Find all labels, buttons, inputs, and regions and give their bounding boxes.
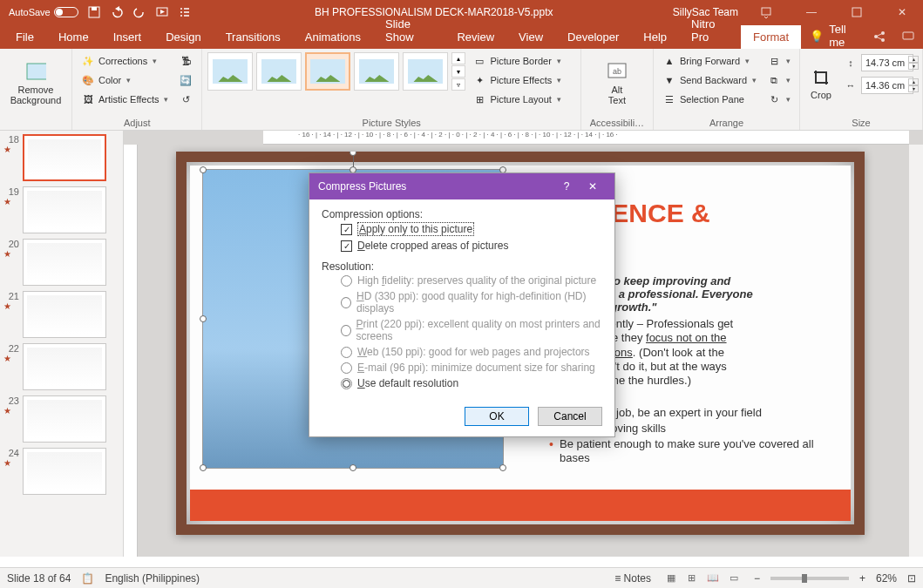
sorter-view-icon[interactable]: ⊞	[682, 571, 702, 586]
normal-view-icon[interactable]: ▦	[662, 571, 681, 586]
checkbox-checked-icon: ✓	[341, 224, 352, 235]
radio-web: Web (150 ppi): good for web pages and pr…	[322, 344, 602, 360]
dialog-title-bar[interactable]: Compress Pictures ? ✕	[309, 173, 614, 199]
zoom-out-button[interactable]: −	[754, 572, 760, 585]
radio-print: Print (220 ppi): excellent quality on mo…	[322, 316, 602, 344]
modal-overlay: Compress Pictures ? ✕ Compression option…	[0, 0, 923, 588]
radio-hifi: High fidelity: preserves quality of the …	[322, 273, 602, 288]
cancel-button[interactable]: Cancel	[538, 407, 602, 426]
compression-options-label: Compression options:	[322, 208, 602, 220]
zoom-in-button[interactable]: +	[859, 572, 865, 585]
dialog-help-icon[interactable]: ?	[553, 180, 580, 193]
dialog-body: Compression options: ✓ Apply only to thi…	[309, 199, 614, 436]
slideshow-view-icon[interactable]: ▭	[724, 571, 743, 586]
status-bar: Slide 18 of 64 📋 English (Philippines) ≡…	[0, 567, 923, 588]
slide-counter[interactable]: Slide 18 of 64	[7, 572, 71, 585]
reading-view-icon[interactable]: 📖	[703, 571, 723, 586]
zoom-level[interactable]: 62%	[876, 572, 897, 585]
fit-to-window-icon[interactable]: ⊡	[907, 572, 916, 585]
checkbox-checked-icon: ✓	[341, 240, 352, 252]
resolution-label: Resolution:	[322, 260, 602, 273]
ok-button[interactable]: OK	[465, 407, 529, 426]
spell-check-icon[interactable]: 📋	[81, 572, 94, 585]
dialog-title: Compress Pictures	[318, 180, 553, 193]
view-buttons: ▦ ⊞ 📖 ▭	[662, 571, 743, 586]
radio-hd: HD (330 ppi): good quality for high-defi…	[322, 288, 602, 316]
radio-email: E-mail (96 ppi): minimize document size …	[322, 360, 602, 375]
compress-pictures-dialog: Compress Pictures ? ✕ Compression option…	[309, 172, 615, 437]
apply-only-checkbox[interactable]: ✓ Apply only to this picture	[322, 220, 602, 238]
delete-cropped-checkbox[interactable]: ✓ Delete cropped areas of pictures	[322, 238, 602, 253]
notes-button[interactable]: ≡ Notes	[614, 572, 651, 585]
zoom-slider[interactable]	[770, 577, 849, 580]
dialog-close-icon[interactable]: ✕	[580, 180, 606, 193]
radio-default[interactable]: Use default resolution	[322, 375, 602, 391]
language-indicator[interactable]: English (Philippines)	[105, 572, 200, 585]
